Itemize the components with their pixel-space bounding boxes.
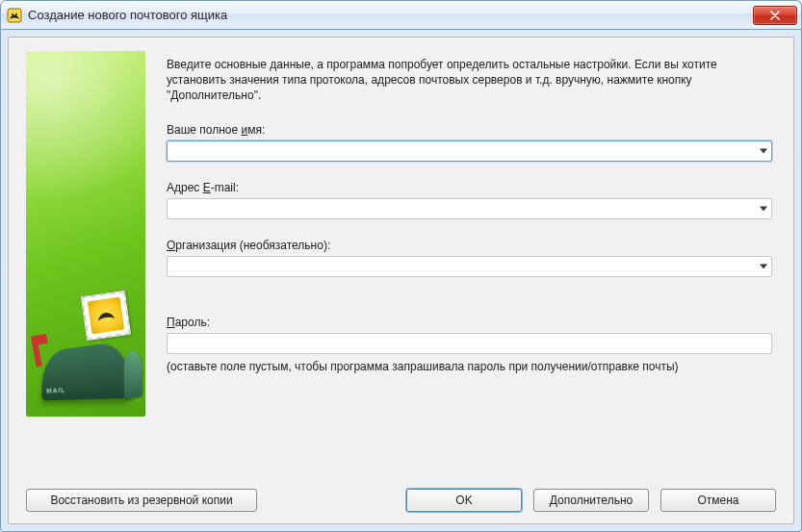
restore-button[interactable]: Восстановить из резервной копии — [26, 489, 257, 512]
password-input[interactable] — [167, 333, 772, 354]
field-password: Пароль: — [167, 316, 772, 354]
button-row: Восстановить из резервной копии OK Допол… — [26, 475, 776, 512]
name-input[interactable] — [167, 140, 772, 162]
form-column: Введите основные данные, а программа поп… — [167, 51, 776, 475]
cancel-button[interactable]: Отмена — [660, 489, 776, 512]
chevron-down-icon — [760, 264, 767, 268]
name-label: Ваше полное имя: — [167, 123, 772, 137]
email-input[interactable] — [167, 198, 772, 219]
close-icon — [770, 11, 780, 20]
svg-point-1 — [12, 13, 13, 15]
more-button[interactable]: Дополнительно — [533, 489, 649, 512]
svg-point-2 — [15, 13, 17, 15]
sidebar-illustration — [26, 51, 145, 417]
app-icon — [7, 8, 22, 23]
dialog-panel: Введите основные данные, а программа поп… — [8, 37, 794, 524]
field-org: Организация (необязательно): — [167, 239, 772, 277]
chevron-down-icon — [760, 148, 767, 153]
email-label: Адрес E-mail: — [167, 181, 772, 194]
window-body: Введите основные данные, а программа поп… — [0, 29, 802, 532]
content-row: Введите основные данные, а программа поп… — [26, 51, 776, 475]
password-hint: (оставьте поле пустым, чтобы программа з… — [167, 360, 772, 373]
org-label: Организация (необязательно): — [167, 239, 772, 252]
window-title: Создание нового почтового ящика — [28, 8, 227, 22]
field-email: Адрес E-mail: — [167, 181, 772, 219]
password-label: Пароль: — [167, 316, 772, 329]
org-input[interactable] — [167, 256, 772, 277]
field-name: Ваше полное имя: — [167, 123, 772, 162]
ok-button[interactable]: OK — [406, 489, 522, 512]
intro-text: Введите основные данные, а программа поп… — [167, 57, 772, 104]
stamp-icon — [81, 291, 131, 341]
mailbox-icon — [36, 293, 136, 399]
chevron-down-icon — [760, 206, 767, 211]
close-button[interactable] — [753, 6, 797, 25]
titlebar: Создание нового почтового ящика — [0, 0, 802, 29]
bat-icon — [94, 304, 118, 328]
